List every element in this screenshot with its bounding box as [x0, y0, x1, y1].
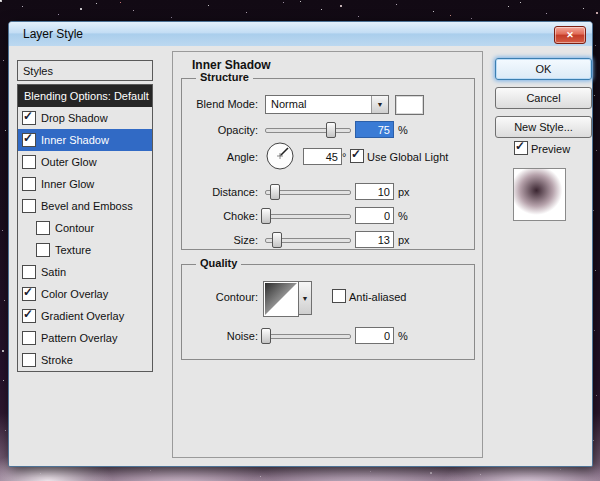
gradient-overlay-checkbox[interactable]: [22, 309, 36, 323]
size-input[interactable]: [355, 231, 394, 248]
distance-input[interactable]: [355, 183, 394, 200]
distance-unit: px: [398, 186, 410, 198]
use-global-light-label[interactable]: Use Global Light: [367, 151, 448, 163]
angle-row: Angle: ° Use Global Light: [182, 139, 474, 177]
styles-panel-header: Styles: [17, 60, 153, 81]
blend-mode-value: Normal: [271, 98, 306, 110]
opacity-slider-thumb[interactable]: [326, 122, 336, 138]
style-item-label: Inner Glow: [41, 178, 94, 190]
ok-button[interactable]: OK: [495, 58, 592, 80]
chevron-down-icon[interactable]: ▼: [371, 96, 388, 113]
dialog-titlebar[interactable]: Layer Style ✕: [9, 22, 592, 47]
preview-checkbox[interactable]: [514, 141, 528, 155]
anti-aliased-label[interactable]: Anti-aliased: [349, 291, 406, 303]
style-item-label: Outer Glow: [41, 156, 97, 168]
contour-picker[interactable]: ▼: [263, 281, 312, 317]
settings-panel: Inner Shadow Structure Blend Mode: Norma…: [172, 51, 483, 458]
choke-row: Choke: %: [182, 207, 474, 227]
contour-row: Contour: ▼ Anti-aliased: [182, 279, 474, 319]
inner-glow-checkbox[interactable]: [22, 177, 36, 191]
noise-input[interactable]: [355, 327, 394, 344]
style-item-inner-shadow[interactable]: Inner Shadow: [18, 129, 152, 151]
contour-dropdown-arrow-icon[interactable]: ▼: [299, 281, 312, 315]
texture-checkbox[interactable]: [36, 243, 50, 257]
choke-slider-thumb[interactable]: [261, 208, 271, 224]
choke-unit: %: [398, 210, 408, 222]
layer-style-dialog: Layer Style ✕ Styles Blending Options: D…: [8, 21, 593, 467]
opacity-slider[interactable]: [265, 122, 351, 137]
quality-group-label: Quality: [196, 257, 241, 269]
style-item-label: Contour: [55, 222, 94, 234]
preview-label[interactable]: Preview: [531, 143, 570, 155]
size-label: Size:: [182, 234, 258, 246]
distance-label: Distance:: [182, 186, 258, 198]
choke-slider[interactable]: [265, 208, 351, 223]
anti-aliased-checkbox[interactable]: [332, 289, 346, 303]
style-item-satin[interactable]: Satin: [18, 261, 152, 283]
opacity-row: Opacity: %: [182, 121, 474, 141]
satin-checkbox[interactable]: [22, 265, 36, 279]
close-icon: ✕: [566, 30, 574, 40]
style-item-bevel-and-emboss[interactable]: Bevel and Emboss: [18, 195, 152, 217]
outer-glow-checkbox[interactable]: [22, 155, 36, 169]
style-item-outer-glow[interactable]: Outer Glow: [18, 151, 152, 173]
structure-group-label: Structure: [196, 71, 253, 83]
blend-mode-select[interactable]: Normal ▼: [265, 95, 389, 114]
style-item-label: Texture: [55, 244, 91, 256]
distance-slider-thumb[interactable]: [270, 184, 280, 200]
style-item-stroke[interactable]: Stroke: [18, 349, 152, 371]
bevel-emboss-checkbox[interactable]: [22, 199, 36, 213]
style-item-label: Color Overlay: [41, 288, 108, 300]
style-item-color-overlay[interactable]: Color Overlay: [18, 283, 152, 305]
contour-thumbnail[interactable]: [263, 281, 299, 317]
style-item-label: Satin: [41, 266, 66, 278]
blend-mode-row: Blend Mode: Normal ▼: [182, 95, 474, 115]
size-slider-thumb[interactable]: [272, 232, 282, 248]
styles-list: Blending Options: Default Drop Shadow In…: [17, 84, 153, 372]
noise-row: Noise: %: [182, 327, 474, 347]
size-slider[interactable]: [265, 232, 351, 247]
blend-mode-label: Blend Mode:: [182, 98, 258, 110]
choke-label: Choke:: [182, 210, 258, 222]
noise-slider[interactable]: [265, 328, 351, 343]
size-row: Size: px: [182, 231, 474, 251]
opacity-unit: %: [398, 124, 408, 136]
distance-slider[interactable]: [265, 184, 351, 199]
cancel-button[interactable]: Cancel: [495, 87, 592, 109]
style-item-pattern-overlay[interactable]: Pattern Overlay: [18, 327, 152, 349]
color-overlay-checkbox[interactable]: [22, 287, 36, 301]
angle-unit: °: [342, 151, 346, 163]
new-style-button[interactable]: New Style...: [495, 116, 592, 138]
noise-slider-thumb[interactable]: [261, 328, 271, 344]
desktop-background: Layer Style ✕ Styles Blending Options: D…: [0, 0, 600, 481]
style-item-gradient-overlay[interactable]: Gradient Overlay: [18, 305, 152, 327]
use-global-light-checkbox[interactable]: [350, 149, 364, 163]
style-item-label: Stroke: [41, 354, 73, 366]
choke-slider-track: [265, 214, 351, 219]
style-item-label: Blending Options: Default: [24, 90, 149, 102]
size-unit: px: [398, 234, 410, 246]
stroke-checkbox[interactable]: [22, 353, 36, 367]
opacity-input[interactable]: [355, 121, 394, 138]
style-item-label: Drop Shadow: [41, 112, 108, 124]
style-item-drop-shadow[interactable]: Drop Shadow: [18, 107, 152, 129]
style-item-inner-glow[interactable]: Inner Glow: [18, 173, 152, 195]
close-button[interactable]: ✕: [554, 26, 586, 44]
angle-dial[interactable]: [265, 141, 295, 171]
choke-input[interactable]: [355, 207, 394, 224]
style-item-label: Pattern Overlay: [41, 332, 117, 344]
shadow-color-swatch[interactable]: [395, 95, 424, 115]
style-item-contour[interactable]: Contour: [18, 217, 152, 239]
preview-thumbnail: [513, 168, 566, 221]
dialog-body: Styles Blending Options: Default Drop Sh…: [9, 46, 592, 466]
panel-title: Inner Shadow: [192, 58, 271, 72]
opacity-slider-track: [265, 128, 351, 133]
drop-shadow-checkbox[interactable]: [22, 111, 36, 125]
style-item-blending-options[interactable]: Blending Options: Default: [18, 85, 152, 107]
noise-slider-track: [265, 334, 351, 339]
contour-checkbox[interactable]: [36, 221, 50, 235]
style-item-texture[interactable]: Texture: [18, 239, 152, 261]
inner-shadow-checkbox[interactable]: [22, 133, 36, 147]
pattern-overlay-checkbox[interactable]: [22, 331, 36, 345]
angle-input[interactable]: [303, 148, 342, 165]
